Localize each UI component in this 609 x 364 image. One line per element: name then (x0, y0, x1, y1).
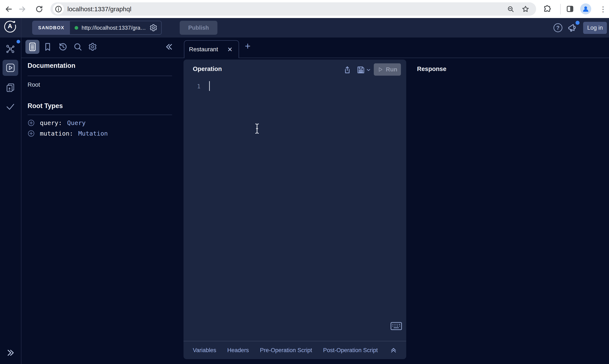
collapse-doc-panel-button[interactable] (164, 42, 174, 52)
tab-restaurant[interactable]: Restaurant ✕ (184, 40, 239, 58)
browser-back-button[interactable] (4, 5, 13, 13)
field-type-link[interactable]: Mutation (78, 130, 108, 137)
reload-icon (35, 5, 43, 13)
address-bar[interactable]: localhost:1337/graphql (51, 2, 536, 16)
megaphone-icon (567, 23, 577, 33)
field-name: query: (40, 119, 62, 127)
section-divider (27, 115, 172, 115)
info-icon (55, 5, 62, 13)
help-icon: ? (554, 23, 562, 32)
keyboard-shortcuts-button[interactable] (390, 322, 402, 330)
chevron-down-icon (366, 67, 371, 73)
doc-tab-history[interactable] (56, 40, 70, 54)
star-icon (521, 5, 530, 13)
browser-profile-button[interactable] (580, 3, 591, 14)
endpoint-input[interactable]: http://localhost:1337/gra… (70, 21, 161, 34)
section-divider (27, 76, 172, 76)
operation-footer: Variables Headers Pre-Operation Script P… (183, 341, 406, 359)
announcements-button[interactable] (567, 23, 577, 33)
announcements-badge-dot (575, 21, 580, 25)
endpoint-url: http://localhost:1337/gra… (82, 25, 146, 31)
extensions-puzzle-icon (543, 5, 551, 13)
add-tab-button[interactable]: + (243, 41, 253, 51)
side-panel-icon (566, 5, 574, 13)
publish-button[interactable]: Publish (180, 21, 217, 35)
tabbar-divider (21, 58, 609, 58)
apollo-logo-letter: A (3, 19, 16, 33)
run-button[interactable]: Run (374, 63, 401, 76)
sidebar-item-explorer[interactable] (2, 60, 18, 76)
endpoint-settings-gear-icon[interactable] (149, 24, 157, 32)
url-text[interactable]: localhost:1337/graphql (67, 2, 131, 16)
doc-tab-search[interactable] (71, 40, 85, 54)
apollo-logo[interactable]: A (3, 19, 16, 33)
tab-label: Restaurant (189, 46, 221, 53)
save-menu-chevron-button[interactable] (365, 65, 372, 75)
rail-divider (21, 18, 21, 364)
apollo-header: A SANDBOX http://localhost:1337/gra… Pub… (0, 18, 609, 38)
browser-forward-button[interactable] (18, 5, 27, 13)
doc-tab-documentation[interactable] (26, 40, 39, 54)
connection-status-dot (75, 26, 78, 30)
browser-menu-button[interactable]: ⋮ (599, 4, 607, 14)
add-field-button[interactable] (27, 130, 35, 137)
sandbox-badge: SANDBOX (33, 21, 70, 34)
doc-tab-settings[interactable] (86, 40, 100, 54)
history-clock-icon (58, 42, 68, 52)
side-panel-button[interactable] (565, 4, 575, 13)
run-label: Run (386, 66, 397, 73)
endpoint-control: SANDBOX http://localhost:1337/gra… (32, 21, 162, 35)
sidebar-item-checks[interactable] (5, 101, 16, 112)
chevrons-left-icon (165, 42, 174, 51)
bookmark-icon (43, 42, 52, 52)
field-type-link[interactable]: Query (67, 119, 86, 127)
browser-reload-button[interactable] (35, 5, 44, 13)
avatar-person-icon (582, 5, 590, 13)
extensions-button[interactable] (543, 4, 552, 13)
collections-pages-icon (5, 83, 15, 93)
save-operation-button[interactable] (356, 65, 366, 75)
add-field-button[interactable] (27, 119, 35, 127)
response-title: Response (417, 65, 446, 72)
sidebar-item-collections[interactable] (5, 82, 16, 93)
zoom-out-page-button[interactable] (507, 5, 515, 13)
share-icon (343, 65, 352, 74)
tab-pre-operation-script[interactable]: Pre-Operation Script (260, 347, 312, 354)
help-button[interactable]: ? (554, 23, 562, 32)
checkmark-icon (5, 101, 15, 111)
documentation-title: Documentation (27, 62, 76, 69)
editor-line-number: 1 (191, 82, 200, 91)
mouse-ibeam-cursor (253, 123, 261, 134)
bookmark-page-button[interactable] (521, 5, 530, 13)
expand-rail-button[interactable] (5, 348, 15, 358)
browser-toolbar: localhost:1337/graphql ⋮ (0, 0, 609, 18)
share-operation-button[interactable] (342, 65, 352, 75)
root-types-title: Root Types (27, 102, 63, 110)
search-icon (73, 42, 82, 51)
keyboard-icon (390, 322, 402, 330)
doc-tab-bookmarks[interactable] (41, 40, 55, 54)
apollo-sandbox-app: localhost:1337/graphql ⋮ A SANDBOX (0, 0, 609, 364)
toolbar-divider (560, 4, 561, 14)
site-info-button[interactable] (53, 4, 64, 14)
back-arrow-icon (5, 5, 13, 13)
login-button[interactable]: Log in (583, 22, 607, 34)
tab-headers[interactable]: Headers (227, 347, 249, 354)
root-link[interactable]: Root (27, 81, 40, 88)
sidebar-item-schema[interactable] (5, 44, 16, 54)
close-tab-button[interactable]: ✕ (226, 45, 234, 53)
chevrons-up-icon (390, 346, 397, 354)
explorer-play-icon (5, 63, 15, 73)
operation-editor[interactable] (207, 80, 387, 338)
operation-title: Operation (193, 65, 222, 72)
root-type-row-mutation: mutation: Mutation (27, 129, 108, 138)
operation-panel: Operation Run 1 Variables Headers Pre-Op… (183, 60, 406, 359)
gear-icon (88, 42, 97, 51)
expand-footer-button[interactable] (389, 346, 398, 354)
schema-notification-dot (16, 40, 20, 43)
tab-post-operation-script[interactable]: Post-Operation Script (323, 347, 378, 354)
run-play-icon (377, 66, 383, 72)
zoom-out-icon (507, 5, 514, 13)
chevrons-right-icon (6, 348, 15, 357)
tab-variables[interactable]: Variables (193, 347, 216, 354)
